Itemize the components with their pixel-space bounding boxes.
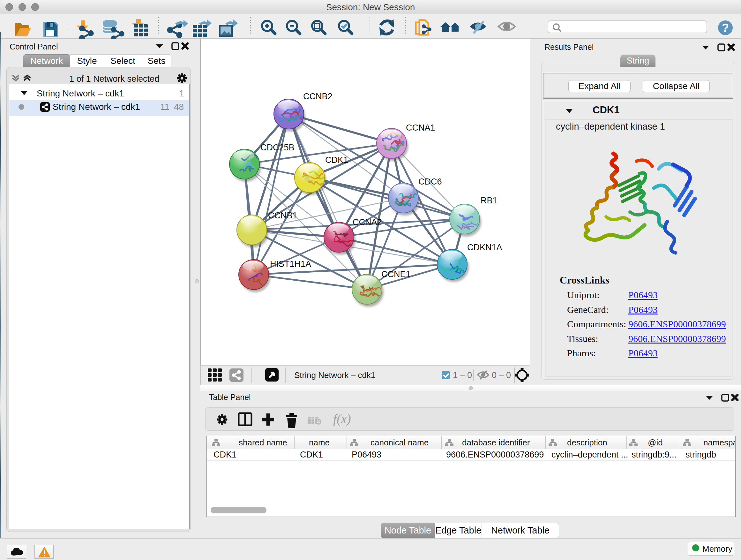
svg-text:?: ?: [722, 21, 729, 35]
svg-text:CCNE1: CCNE1: [381, 269, 411, 279]
svg-text:description: description: [567, 438, 607, 447]
svg-text:CCNB1: CCNB1: [268, 211, 297, 220]
svg-text:CDKN1A: CDKN1A: [467, 243, 502, 252]
svg-text:RB1: RB1: [481, 196, 497, 205]
svg-text:0 – 0: 0 – 0: [492, 370, 511, 380]
svg-text:CCNB2: CCNB2: [303, 91, 333, 101]
svg-text:shared name: shared name: [239, 438, 287, 447]
svg-text:CDK1: CDK1: [325, 155, 348, 165]
svg-text:CCNA1: CCNA1: [406, 123, 435, 132]
svg-text:f(x): f(x): [333, 412, 351, 426]
svg-text:database identifier: database identifier: [462, 438, 530, 447]
svg-text:name: name: [309, 438, 330, 447]
svg-text:canonical name: canonical name: [370, 438, 428, 447]
svg-text:1 – 0: 1 – 0: [453, 370, 472, 380]
svg-text:@id: @id: [648, 438, 663, 447]
svg-text:CCNA2: CCNA2: [353, 217, 382, 227]
svg-text:HIST1H1A: HIST1H1A: [270, 259, 311, 269]
svg-text:namespace: namespace: [703, 438, 735, 447]
svg-text:String Network – cdk1: String Network – cdk1: [294, 370, 375, 380]
svg-text:CDC6: CDC6: [418, 177, 442, 186]
svg-text:CDC25B: CDC25B: [260, 143, 294, 152]
